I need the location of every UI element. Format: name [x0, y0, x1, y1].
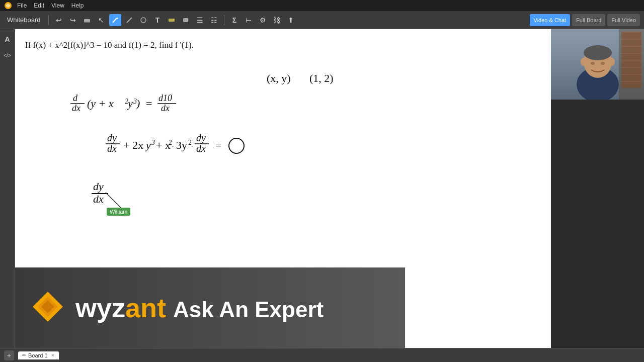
video-feed	[551, 29, 644, 100]
video-chat-button[interactable]: Video & Chat	[530, 14, 571, 26]
svg-point-7	[141, 18, 146, 23]
svg-rect-9	[183, 18, 188, 22]
svg-point-51	[584, 45, 612, 60]
presentation-button[interactable]: A	[2, 33, 14, 45]
svg-text:(1, 2): (1, 2)	[309, 72, 334, 84]
svg-text:·: ·	[142, 141, 144, 149]
problem-statement: If f(x) + x^2[f(x)]^3 = 10 and f(1) = 2,…	[25, 40, 194, 50]
svg-text:+ 2x: + 2x	[123, 139, 143, 151]
ant-text: ant	[125, 292, 166, 323]
sidebar-left: A </>	[0, 29, 15, 348]
svg-line-45	[106, 193, 121, 208]
highlight-button[interactable]	[166, 14, 178, 26]
svg-text:d10: d10	[158, 93, 172, 103]
title-bar: File Edit View Help	[0, 0, 644, 11]
svg-text:dx: dx	[196, 143, 206, 154]
svg-text:y: y	[145, 139, 151, 151]
user-cursor-label: William	[107, 208, 130, 216]
whiteboard-title: Whiteboard	[4, 15, 44, 25]
undo-button[interactable]: ↩	[53, 14, 65, 26]
full-video-button[interactable]: Full Video	[607, 14, 640, 26]
svg-text:dy: dy	[93, 180, 104, 193]
full-board-button[interactable]: Full Board	[572, 14, 605, 26]
bottom-bar: + ✏ Board 1 ✕	[0, 348, 644, 362]
main-area: A </> If f(x) + x^2[f(x)]^3 = 10 and f(1…	[0, 29, 644, 348]
svg-text:2: 2	[188, 139, 192, 146]
svg-text:=: =	[146, 97, 152, 110]
svg-point-52	[581, 58, 587, 66]
tagline-text: Ask An Expert	[173, 297, 324, 322]
svg-text:dx: dx	[72, 103, 80, 113]
svg-text:3: 3	[151, 139, 155, 146]
ruler-button[interactable]: ☰	[194, 14, 206, 26]
svg-point-54	[591, 62, 595, 65]
svg-line-4	[113, 18, 117, 23]
wyzant-logo	[30, 289, 65, 326]
menu-view[interactable]: View	[51, 2, 64, 9]
wyzant-banner: wyzantAsk An Expert	[15, 267, 405, 348]
svg-text:(y + x: (y + x	[87, 97, 114, 110]
eraser-button[interactable]	[81, 14, 93, 26]
svg-text:·: ·	[172, 143, 174, 150]
svg-text:·: ·	[191, 143, 193, 150]
svg-text:2: 2	[125, 98, 128, 105]
svg-text:+ x: + x	[156, 139, 171, 151]
svg-text:3y: 3y	[176, 139, 187, 151]
svg-text:dx: dx	[93, 193, 104, 205]
add-board-button[interactable]: +	[4, 350, 14, 360]
right-panel	[551, 29, 644, 348]
svg-text:=: =	[215, 139, 221, 151]
toolbar-separator	[48, 15, 49, 25]
select-button[interactable]: ↖	[95, 14, 107, 26]
svg-text:d: d	[73, 93, 78, 103]
board-tab-close[interactable]: ✕	[51, 352, 55, 358]
menu-file[interactable]: File	[17, 2, 27, 9]
svg-rect-2	[84, 19, 90, 22]
pen-button[interactable]	[109, 14, 121, 26]
settings-button[interactable]: ⚙	[257, 14, 269, 26]
svg-text:y: y	[127, 97, 133, 110]
ruler2-button[interactable]: ☷	[208, 14, 220, 26]
graph-button[interactable]: ⊢	[243, 14, 255, 26]
link-button[interactable]: ⛓	[271, 14, 283, 26]
svg-text:): )	[135, 97, 140, 110]
toolbar-separator-2	[224, 15, 224, 25]
text-button[interactable]: T	[151, 14, 164, 26]
svg-point-55	[601, 62, 605, 65]
svg-text:dy: dy	[107, 132, 117, 144]
wyzant-text: wyzantAsk An Expert	[75, 292, 324, 323]
menu-edit[interactable]: Edit	[34, 2, 44, 9]
menu-bar: File Edit View Help	[17, 2, 84, 9]
svg-point-41	[229, 138, 244, 153]
redo-button[interactable]: ↪	[67, 14, 79, 26]
whiteboard-canvas[interactable]: If f(x) + x^2[f(x)]^3 = 10 and f(1) = 2,…	[15, 29, 551, 348]
marker-button[interactable]	[180, 14, 192, 26]
svg-text:dx: dx	[161, 103, 170, 113]
wyz-text: wyz	[75, 292, 125, 323]
svg-text:dx: dx	[107, 143, 117, 154]
svg-text:2: 2	[169, 139, 172, 146]
menu-help[interactable]: Help	[71, 2, 84, 9]
svg-point-53	[609, 58, 615, 66]
svg-line-6	[127, 18, 132, 23]
svg-text:dy: dy	[196, 132, 206, 144]
svg-text:3: 3	[133, 98, 137, 105]
board-tab-label: Board 1	[28, 352, 48, 358]
line-button[interactable]	[123, 14, 135, 26]
app-icon	[4, 2, 12, 10]
sigma-button[interactable]: Σ	[228, 14, 240, 26]
toolbar: Whiteboard ↩ ↪ ↖ T ☰ ☷ Σ ⊢ ⚙ ⛓ ⬆ Video &…	[0, 11, 644, 29]
shape-button[interactable]	[137, 14, 149, 26]
board-tab-icon: ✏	[22, 352, 26, 358]
code-button[interactable]: </>	[2, 49, 14, 61]
svg-rect-8	[169, 19, 175, 22]
upload-button[interactable]: ⬆	[285, 14, 297, 26]
svg-text:(x, y): (x, y)	[267, 72, 291, 84]
board-tab[interactable]: ✏ Board 1 ✕	[18, 351, 59, 359]
